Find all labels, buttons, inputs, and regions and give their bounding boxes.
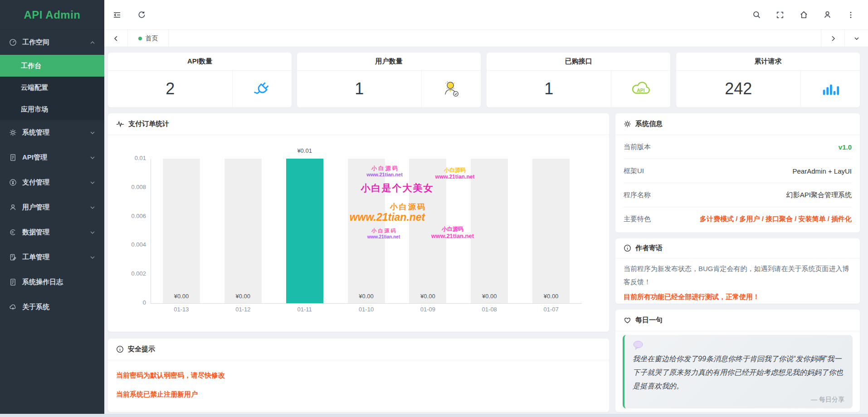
y-axis-tick: 0.008 <box>108 184 146 190</box>
sidebar-item-label: API管理 <box>22 153 47 162</box>
chevron-down-icon <box>90 230 95 235</box>
stat-title: 已购接口 <box>487 53 670 71</box>
speech-bubble-icon <box>633 340 844 350</box>
x-axis-label: 01-09 <box>397 306 458 313</box>
bar-background <box>224 159 262 303</box>
sidebar-item-label: 系统管理 <box>22 128 49 137</box>
info-value-features: 多计费模式 / 多用户 / 接口聚合 / 安装简单 / 插件化 <box>700 215 852 223</box>
bar-background <box>532 159 570 303</box>
user-icon <box>9 204 17 211</box>
daily-quote-card: 每日一句 我坐在窗边给你发了99条消息你终于肯回我了你说“发你妈啊”我一下子就哭… <box>615 310 860 412</box>
stat-card-total-requests: 累计请求 242 <box>676 53 860 107</box>
sidebar-subitem-app-market[interactable]: 应用市场 <box>0 98 104 120</box>
security-warning-password: 当前密码为默认弱密码，请尽快修改 <box>108 371 609 380</box>
security-tips-card: 安全提示 当前密码为默认弱密码，请尽快修改 当前系统已禁止注册新用户 <box>108 339 609 412</box>
cloud-upload-icon <box>9 303 17 311</box>
info-circle-icon <box>624 244 631 252</box>
chart-column[interactable]: ¥0.0101-11 <box>274 159 336 303</box>
refresh-icon[interactable] <box>129 0 154 30</box>
system-info-title: 系统信息 <box>635 120 663 128</box>
dashboard-icon <box>9 39 17 46</box>
yen-circle-icon <box>9 179 17 186</box>
sidebar-item-workspace[interactable]: 工作空间 <box>0 30 104 55</box>
tab-home[interactable]: 首页 <box>128 30 169 47</box>
cloud-api-icon: API <box>611 71 670 107</box>
stat-title: 用户数量 <box>297 53 481 71</box>
chevron-down-icon <box>90 180 95 185</box>
daily-quote-attribution: — 每日分享 <box>811 396 844 404</box>
sidebar-item-data[interactable]: 数据管理 <box>0 220 104 245</box>
stat-title: API数量 <box>108 53 292 71</box>
user-icon[interactable] <box>815 0 839 30</box>
x-axis-line <box>151 303 582 304</box>
bar <box>286 159 323 303</box>
info-label: 程序名称 <box>624 191 651 199</box>
sidebar-item-payment[interactable]: 支付管理 <box>0 170 104 195</box>
stat-card-api-count: API数量 2 <box>108 53 292 107</box>
search-icon[interactable] <box>745 0 768 30</box>
active-tab-dot <box>138 37 142 40</box>
chart-column[interactable]: ¥0.0001-13 <box>151 159 212 303</box>
bar-background <box>163 159 200 303</box>
more-vertical-icon[interactable] <box>839 0 863 30</box>
info-value-version: v1.0 <box>839 143 852 151</box>
chevron-down-icon <box>90 130 95 136</box>
info-row-program-name: 程序名称 幻影API聚合管理系统 <box>624 183 852 207</box>
sidebar-item-tickets[interactable]: 工单管理 <box>0 245 104 270</box>
chart-column[interactable]: ¥0.0001-12 <box>212 159 274 303</box>
system-info-card: 系统信息 当前版本 v1.0 框架UI PearAdmin + LayUI 程序… <box>615 113 860 233</box>
sidebar-item-system[interactable]: 系统管理 <box>0 120 104 145</box>
author-title: 作者寄语 <box>635 244 663 252</box>
x-axis-label: 01-07 <box>520 306 582 313</box>
author-message-card: 作者寄语 当前程序为新发布状态，BUG肯定会有的，如遇到请在关于系统页面进入博客… <box>615 238 860 304</box>
bar-background <box>348 159 385 303</box>
payment-chart-card: 支付订单统计 00.0020.0040.0060.0080.01 ¥0.0001… <box>108 113 609 332</box>
fullscreen-icon[interactable] <box>768 0 792 30</box>
sidebar-item-users[interactable]: 用户管理 <box>0 195 104 220</box>
info-value-program-name: 幻影API聚合管理系统 <box>786 191 852 199</box>
info-circle-icon <box>116 345 124 353</box>
home-icon[interactable] <box>792 0 815 30</box>
sidebar-item-about[interactable]: 关于系统 <box>0 295 104 320</box>
app-logo: API Admin <box>0 0 104 30</box>
chart-column[interactable]: ¥0.0001-07 <box>520 159 582 303</box>
gear-icon <box>9 129 17 136</box>
sidebar-subitem-workbench[interactable]: 工作台 <box>0 55 104 77</box>
tab-menu-collapse-icon[interactable] <box>844 30 868 47</box>
sidebar-item-label: 关于系统 <box>22 303 49 311</box>
security-title: 安全提示 <box>128 345 155 354</box>
ticket-edit-icon <box>9 253 17 261</box>
x-axis-label: 01-10 <box>336 306 397 313</box>
y-axis-tick: 0 <box>108 299 146 306</box>
chart-column[interactable]: ¥0.0001-08 <box>458 159 520 303</box>
info-label: 主要特色 <box>624 215 651 223</box>
info-label: 框架UI <box>624 167 644 175</box>
bar-chart-icon <box>801 71 860 107</box>
payment-chart: 00.0020.0040.0060.0080.01 ¥0.0001-13¥0.0… <box>108 135 609 332</box>
heart-icon <box>624 316 631 324</box>
user-check-icon <box>422 71 481 107</box>
bar-background <box>471 159 508 303</box>
tab-scroll-right-icon[interactable] <box>821 30 844 47</box>
author-paragraph: 当前程序为新发布状态，BUG肯定会有的，如遇到请在关于系统页面进入博客反馈！ <box>624 262 852 288</box>
sidebar-item-operation-log[interactable]: 系统操作日志 <box>0 270 104 295</box>
x-axis-label: 01-12 <box>212 306 274 313</box>
bottom-scrollbar-strip[interactable] <box>0 414 868 417</box>
security-warning-register: 当前系统已禁止注册新用户 <box>108 390 609 399</box>
svg-text:API: API <box>637 87 645 93</box>
bar-value-label: ¥0.00 <box>212 293 274 300</box>
gear-icon <box>624 120 631 128</box>
pulse-icon <box>116 121 124 127</box>
data-euro-icon <box>9 228 17 236</box>
y-axis-tick: 0.004 <box>108 241 146 248</box>
chevron-down-icon <box>90 155 95 160</box>
chart-column[interactable]: ¥0.0001-09 <box>397 159 458 303</box>
collapse-menu-icon[interactable] <box>104 0 129 30</box>
sidebar-subitem-cloud-config[interactable]: 云端配置 <box>0 77 104 98</box>
chart-column[interactable]: ¥0.0001-10 <box>336 159 397 303</box>
tab-scroll-left-icon[interactable] <box>104 30 128 47</box>
sidebar-item-api[interactable]: API管理 <box>0 145 104 170</box>
stat-value: 2 <box>166 79 175 98</box>
sidebar-item-label: 数据管理 <box>22 228 49 237</box>
stat-card-user-count: 用户数量 1 <box>297 53 481 107</box>
